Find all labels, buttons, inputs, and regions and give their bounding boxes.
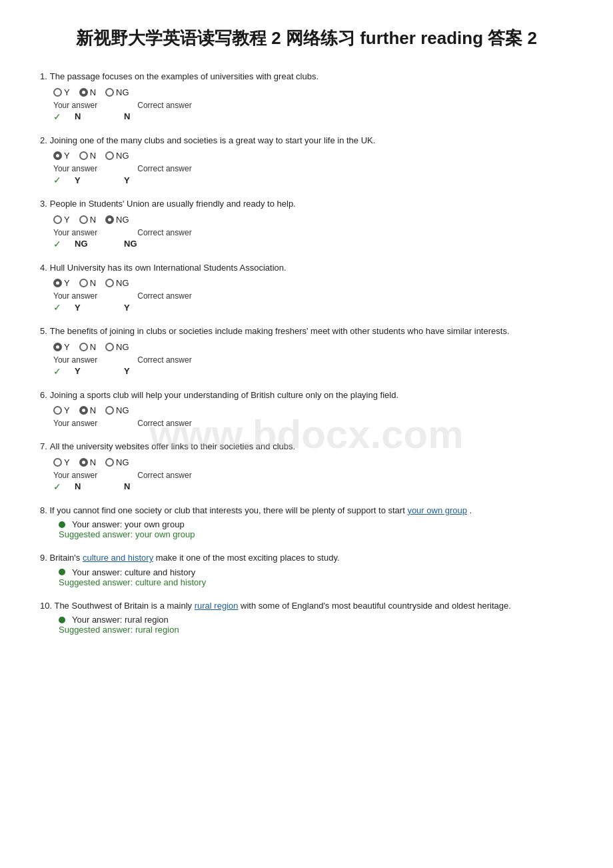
radio-label-3-Y: Y [64, 215, 70, 225]
radio-row-6[interactable]: YNNG [53, 405, 573, 415]
radio-circle-3-NG [105, 215, 114, 224]
radio-circle-4-N [79, 279, 88, 287]
question-text-4: 4.Hull University has its own Internatio… [40, 261, 573, 275]
correct-answer-val-5: Y [124, 366, 130, 376]
radio-label-2-NG: NG [116, 151, 129, 161]
fill-question-number-10: 10. [40, 601, 54, 611]
fill-question-10: 10. The Southwest of Britain is a mainly… [40, 599, 573, 635]
radio-option-4-Y[interactable]: Y [53, 278, 70, 288]
correct-answer-label: Correct answer [137, 291, 191, 301]
radio-option-7-NG[interactable]: NG [105, 457, 129, 467]
radio-row-5[interactable]: YNNG [53, 342, 573, 352]
question-2: 2.Joining one of the many clubs and soci… [40, 134, 573, 186]
question-text-6: 6.Joining a sports club will help your u… [40, 389, 573, 402]
radio-option-6-N[interactable]: N [79, 405, 96, 415]
your-answer-val-1: N [75, 111, 115, 121]
radio-label-5-NG: NG [116, 342, 129, 352]
radio-circle-2-N [79, 151, 88, 160]
fill-blank-9: culture and history [83, 553, 153, 563]
radio-row-1[interactable]: YNNG [53, 87, 573, 97]
fill-question-9: 9. Britain's culture and history make it… [40, 551, 573, 587]
bullet-10 [59, 617, 65, 623]
answer-block-1: Your answerCorrect answer✓NN [53, 101, 573, 122]
radio-option-4-N[interactable]: N [79, 278, 96, 288]
radio-option-7-Y[interactable]: Y [53, 457, 70, 467]
radio-label-4-NG: NG [116, 278, 129, 288]
radio-circle-1-NG [105, 88, 114, 97]
radio-option-6-Y[interactable]: Y [53, 405, 70, 415]
correct-answer-label: Correct answer [137, 471, 191, 480]
answer-header-6: Your answerCorrect answer [53, 419, 573, 428]
your-answer-text-9: Your answer: culture and history [72, 567, 195, 577]
radio-option-1-NG[interactable]: NG [105, 87, 129, 97]
fill-question-text-8: 8. If you cannot find one society or clu… [40, 504, 573, 517]
fill-text-before-9: Britain's [49, 553, 82, 563]
checkmark-2: ✓ [53, 175, 61, 185]
checkmark-5: ✓ [53, 366, 61, 377]
question-6: 6.Joining a sports club will help your u… [40, 389, 573, 429]
radio-row-4[interactable]: YNNG [53, 278, 573, 288]
radio-label-6-Y: Y [64, 405, 70, 415]
radio-label-7-N: N [90, 457, 96, 467]
correct-answer-label: Correct answer [137, 419, 191, 428]
answer-values-3: ✓NGNG [53, 239, 573, 249]
suggested-answer-8: Suggested answer: your own group [59, 529, 573, 539]
radio-label-2-N: N [90, 151, 96, 161]
answer-values-1: ✓NN [53, 111, 573, 122]
radio-option-3-NG[interactable]: NG [105, 215, 129, 225]
radio-label-7-NG: NG [116, 457, 129, 467]
radio-label-5-Y: Y [64, 342, 70, 352]
correct-answer-val-4: Y [124, 303, 130, 313]
radio-row-7[interactable]: YNNG [53, 457, 573, 467]
checkmark-3: ✓ [53, 239, 61, 249]
radio-circle-7-NG [105, 458, 114, 467]
radio-circle-5-N [79, 343, 88, 351]
fill-blank-10: rural region [195, 601, 239, 611]
radio-row-2[interactable]: YNNG [53, 151, 573, 161]
question-3: 3.People in Students' Union are usually … [40, 197, 573, 249]
question-text-2: 2.Joining one of the many clubs and soci… [40, 134, 573, 147]
radio-option-5-NG[interactable]: NG [105, 342, 129, 352]
your-answer-label: Your answer [53, 291, 97, 301]
radio-option-2-N[interactable]: N [79, 151, 96, 161]
radio-option-4-NG[interactable]: NG [105, 278, 129, 288]
your-answer-val-5: Y [75, 366, 115, 376]
your-answer-label: Your answer [53, 419, 97, 428]
your-answer-label: Your answer [53, 228, 97, 237]
radio-circle-1-Y [53, 88, 62, 97]
fill-text-before-8: If you cannot find one society or club t… [49, 505, 407, 515]
fill-question-number-9: 9. [40, 553, 49, 563]
answer-block-4: Your answerCorrect answer✓YY [53, 291, 573, 313]
fill-question-text-10: 10. The Southwest of Britain is a mainly… [40, 599, 573, 613]
radio-option-2-Y[interactable]: Y [53, 151, 70, 161]
answer-block-3: Your answerCorrect answer✓NGNG [53, 228, 573, 249]
answer-header-7: Your answerCorrect answer [53, 471, 573, 480]
radio-option-3-N[interactable]: N [79, 215, 96, 225]
radio-option-1-Y[interactable]: Y [53, 87, 70, 97]
radio-circle-2-Y [53, 151, 62, 160]
radio-option-5-Y[interactable]: Y [53, 342, 70, 352]
fill-text-after-8: . [467, 505, 472, 515]
radio-label-1-Y: Y [64, 87, 70, 97]
radio-option-7-N[interactable]: N [79, 457, 96, 467]
answer-block-6: Your answerCorrect answer [53, 419, 573, 428]
radio-circle-2-NG [105, 151, 114, 160]
checkmark-1: ✓ [53, 111, 61, 122]
fill-text-after-9: make it one of the most exciting places … [153, 553, 339, 563]
radio-option-5-N[interactable]: N [79, 342, 96, 352]
radio-circle-3-N [79, 215, 88, 224]
radio-option-1-N[interactable]: N [79, 87, 96, 97]
radio-option-2-NG[interactable]: NG [105, 151, 129, 161]
fill-question-text-9: 9. Britain's culture and history make it… [40, 551, 573, 565]
radio-circle-5-NG [105, 343, 114, 351]
question-4: 4.Hull University has its own Internatio… [40, 261, 573, 313]
radio-circle-6-Y [53, 406, 62, 415]
radio-row-3[interactable]: YNNG [53, 215, 573, 225]
radio-option-6-NG[interactable]: NG [105, 405, 129, 415]
answer-header-4: Your answerCorrect answer [53, 291, 573, 301]
radio-option-3-Y[interactable]: Y [53, 215, 70, 225]
fill-blank-8: your own group [407, 505, 467, 515]
answer-block-7: Your answerCorrect answer✓NN [53, 471, 573, 492]
fill-container: 8. If you cannot find one society or clu… [40, 504, 573, 635]
correct-answer-label: Correct answer [137, 228, 191, 237]
